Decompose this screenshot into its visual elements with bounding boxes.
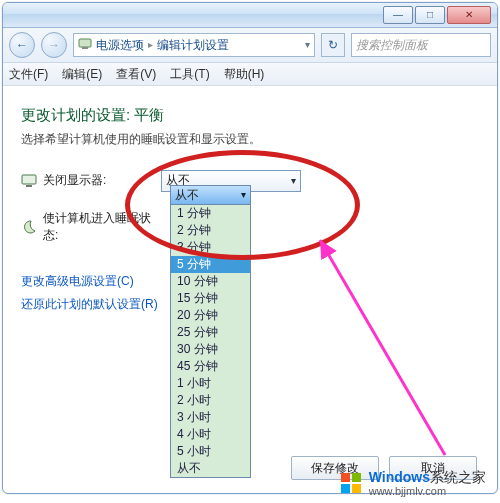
menu-edit[interactable]: 编辑(E) — [62, 66, 102, 83]
sleep-option[interactable]: 3 分钟 — [171, 239, 250, 256]
maximize-button[interactable]: □ — [415, 6, 445, 24]
watermark-url: www.bjjmlv.com — [369, 485, 486, 497]
sleep-option[interactable]: 30 分钟 — [171, 341, 250, 358]
monitor-icon — [21, 173, 37, 189]
control-panel-icon — [78, 36, 92, 55]
titlebar: — □ ✕ — [3, 3, 497, 28]
sleep-option[interactable]: 5 分钟 — [171, 256, 250, 273]
sleep-dropdown-value: 从不 — [175, 187, 199, 204]
window-buttons: — □ ✕ — [383, 6, 491, 24]
refresh-button[interactable]: ↻ — [321, 33, 345, 57]
sleep-dropdown-list: 1 分钟2 分钟3 分钟5 分钟10 分钟15 分钟20 分钟25 分钟30 分… — [171, 205, 250, 477]
watermark-brand: Windows系统之家 — [369, 470, 486, 485]
sleep-option[interactable]: 45 分钟 — [171, 358, 250, 375]
menu-tools[interactable]: 工具(T) — [170, 66, 209, 83]
sleep-option[interactable]: 从不 — [171, 460, 250, 477]
chevron-down-icon: ▾ — [291, 174, 296, 188]
windows-logo-icon — [339, 471, 363, 495]
svg-rect-7 — [341, 484, 350, 493]
sleep-option[interactable]: 4 小时 — [171, 426, 250, 443]
chevron-down-icon: ▾ — [241, 188, 246, 202]
svg-rect-0 — [79, 39, 91, 47]
sleep-option[interactable]: 2 小时 — [171, 392, 250, 409]
crumb-parent[interactable]: 电源选项 — [96, 37, 144, 54]
sleep-option[interactable]: 2 分钟 — [171, 222, 250, 239]
svg-rect-8 — [352, 484, 361, 493]
svg-rect-2 — [22, 175, 36, 184]
search-input[interactable]: 搜索控制面板 — [351, 33, 491, 57]
sleep-dropdown[interactable]: 从不 ▾ 1 分钟2 分钟3 分钟5 分钟10 分钟15 分钟20 分钟25 分… — [170, 185, 251, 478]
moon-icon — [21, 219, 37, 235]
sleep-dropdown-head[interactable]: 从不 ▾ — [171, 186, 250, 205]
page-subtitle: 选择希望计算机使用的睡眠设置和显示设置。 — [21, 131, 479, 148]
sleep-option[interactable]: 10 分钟 — [171, 273, 250, 290]
label-sleep: 使计算机进入睡眠状态: — [43, 210, 161, 244]
sleep-option[interactable]: 25 分钟 — [171, 324, 250, 341]
sleep-option[interactable]: 20 分钟 — [171, 307, 250, 324]
watermark: Windows系统之家 www.bjjmlv.com — [339, 470, 486, 497]
search-placeholder: 搜索控制面板 — [356, 37, 428, 54]
svg-rect-5 — [341, 473, 350, 482]
chevron-down-icon[interactable]: ▾ — [305, 38, 310, 52]
nav-row: ← → 电源选项 ▸ 编辑计划设置 ▾ ↻ 搜索控制面板 — [3, 28, 497, 63]
menu-view[interactable]: 查看(V) — [116, 66, 156, 83]
crumb-current[interactable]: 编辑计划设置 — [157, 37, 229, 54]
sleep-option[interactable]: 1 小时 — [171, 375, 250, 392]
sleep-option[interactable]: 15 分钟 — [171, 290, 250, 307]
sleep-option[interactable]: 1 分钟 — [171, 205, 250, 222]
sleep-option[interactable]: 5 小时 — [171, 443, 250, 460]
breadcrumb[interactable]: 电源选项 ▸ 编辑计划设置 ▾ — [73, 33, 315, 57]
forward-button[interactable]: → — [41, 32, 67, 58]
page-title: 更改计划的设置: 平衡 — [21, 104, 479, 125]
sleep-option[interactable]: 3 小时 — [171, 409, 250, 426]
menu-file[interactable]: 文件(F) — [9, 66, 48, 83]
minimize-button[interactable]: — — [383, 6, 413, 24]
chevron-right-icon: ▸ — [148, 38, 153, 52]
svg-rect-1 — [82, 47, 88, 49]
close-button[interactable]: ✕ — [447, 6, 491, 24]
svg-rect-3 — [26, 185, 32, 187]
menu-help[interactable]: 帮助(H) — [224, 66, 265, 83]
label-display-off: 关闭显示器: — [43, 172, 106, 189]
svg-rect-6 — [352, 473, 361, 482]
back-button[interactable]: ← — [9, 32, 35, 58]
menubar: 文件(F) 编辑(E) 查看(V) 工具(T) 帮助(H) — [3, 63, 497, 86]
